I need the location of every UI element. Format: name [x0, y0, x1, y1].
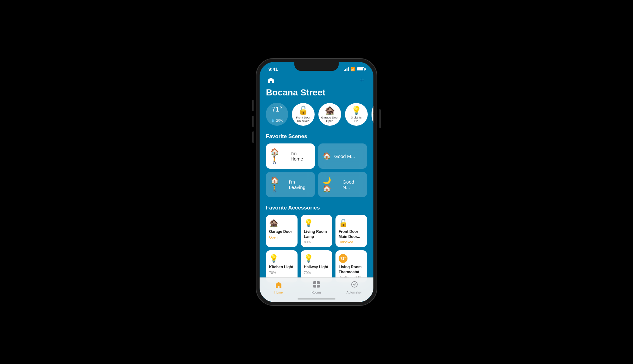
thermostat-icon: 71° [339, 254, 347, 263]
weather-chip[interactable]: 71° ↑ 💧 20% [266, 103, 288, 126]
svg-rect-2 [313, 285, 316, 288]
home-indicator [298, 298, 335, 300]
garage-door-name: Garage Door [269, 229, 294, 234]
kitchen-light-icon: 💡 [269, 254, 294, 263]
garage-door-status: Open [269, 235, 294, 239]
tab-home[interactable]: Home [260, 280, 298, 294]
nav-header: + [260, 73, 373, 88]
phone-device: 9:41 📶 + Bocana Street [256, 59, 377, 305]
lights-icon: 💡 [351, 106, 361, 114]
good-morning-icon: 🏠 [323, 152, 331, 160]
wifi-icon: 📶 [350, 67, 355, 71]
hallway-light-name: Hallway Light [304, 265, 329, 270]
weather-trend-icon: ↑ [276, 113, 278, 118]
scene-good-night[interactable]: 🌙🏠 Good N... [318, 172, 367, 197]
lamp-status: 80% [304, 240, 329, 244]
lock-name: Front Door Main Door... [339, 229, 364, 239]
home-tab-label: Home [274, 291, 283, 294]
kitchen-chip-partial[interactable]: ☀️ [372, 103, 373, 126]
humidity-drop-icon: 💧 [271, 118, 275, 122]
weather-temp: 71° [272, 106, 282, 113]
automation-tab-icon [351, 281, 358, 290]
accessory-living-room-lamp[interactable]: 💡 Living Room Lamp 80% [301, 215, 332, 247]
signal-icon [344, 67, 349, 71]
tab-rooms[interactable]: Rooms [298, 280, 335, 294]
status-icons: 📶 [344, 67, 365, 71]
page-title: Bocana Street [260, 88, 373, 103]
im-leaving-icon: 🏠🚶 [270, 176, 286, 193]
front-door-chip[interactable]: 🔓 Front DoorUnlocked [292, 103, 315, 126]
good-night-label: Good N... [342, 179, 363, 190]
scene-good-morning[interactable]: 🏠 Good M... [318, 143, 367, 169]
lamp-icon: 💡 [304, 219, 329, 228]
automation-tab-label: Automation [347, 291, 363, 294]
unlock-icon: 🔓 [298, 106, 308, 114]
accessory-front-door-lock[interactable]: 🔓 Front Door Main Door... Unlocked [335, 215, 367, 247]
svg-rect-3 [317, 285, 320, 288]
home-tab-icon [275, 281, 282, 290]
accessory-garage-door[interactable]: 🏚️ Garage Door Open [266, 215, 298, 247]
battery-fill [357, 68, 363, 70]
hallway-light-icon: 💡 [304, 254, 329, 263]
im-leaving-label: I'm Leaving [289, 179, 311, 190]
home-icon-button[interactable] [266, 75, 276, 85]
garage-icon: 🏚️ [325, 106, 335, 114]
scenes-section-header: Favorite Scenes [260, 132, 373, 143]
thermostat-name: Living Room Thermostat [339, 265, 364, 275]
notch [294, 62, 339, 71]
scene-im-leaving[interactable]: 🏠🚶 I'm Leaving [266, 172, 315, 197]
lock-status: Unlocked [339, 240, 364, 244]
svg-rect-1 [317, 281, 320, 284]
svg-rect-0 [313, 281, 316, 284]
good-morning-label: Good M... [334, 154, 355, 159]
tab-automation[interactable]: Automation [335, 280, 373, 294]
im-home-label: I'm Home [291, 151, 310, 161]
rooms-tab-label: Rooms [311, 291, 322, 294]
status-chips-row: 71° ↑ 💧 20% 🔓 Front DoorUnlocked 🏚️ Gara… [260, 103, 373, 132]
kitchen-light-name: Kitchen Light [269, 265, 294, 270]
svg-point-4 [352, 282, 357, 287]
accessories-section-header: Favorite Accessories [260, 203, 373, 215]
battery-icon [357, 67, 365, 71]
rooms-tab-icon [313, 281, 320, 290]
im-home-icon: 🏠🚶 [270, 148, 287, 164]
lock-icon: 🔓 [339, 219, 364, 228]
status-time: 9:41 [268, 66, 278, 72]
phone-screen: 9:41 📶 + Bocana Street [260, 62, 373, 302]
kitchen-icon: ☀️ [372, 110, 373, 118]
garage-door-chip[interactable]: 🏚️ Garage DoorOpen [318, 103, 341, 126]
lamp-name: Living Room Lamp [304, 229, 329, 239]
kitchen-light-status: 70% [269, 271, 294, 275]
garage-door-icon: 🏚️ [269, 219, 294, 228]
weather-humidity: 💧 20% [271, 118, 283, 123]
scroll-area[interactable]: 71° ↑ 💧 20% 🔓 Front DoorUnlocked 🏚️ Gara… [260, 103, 373, 292]
add-button[interactable]: + [357, 75, 367, 85]
hallway-light-status: 70% [304, 271, 329, 275]
lights-chip[interactable]: 💡 3 LightsOn [345, 103, 368, 126]
scenes-grid: 🏠🚶 I'm Home 🏠 Good M... 🏠🚶 I'm Leaving 🌙… [260, 143, 373, 203]
scene-im-home[interactable]: 🏠🚶 I'm Home [266, 143, 315, 169]
good-night-icon: 🌙🏠 [323, 176, 339, 193]
